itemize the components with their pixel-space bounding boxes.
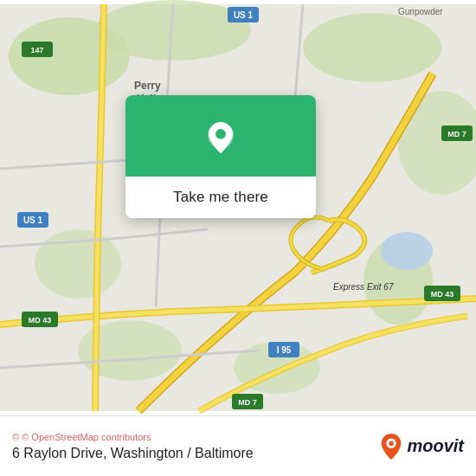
- map-container[interactable]: I 95 MD 43 MD 43 US 1 US 1 MD: [0, 0, 476, 415]
- location-pin-icon: [202, 119, 240, 158]
- svg-text:Gunpowder: Gunpowder: [398, 7, 443, 16]
- moovit-logo: moovit: [379, 432, 464, 461]
- svg-text:Perry: Perry: [134, 80, 161, 92]
- address-text: 6 Raylon Drive, Washington / Baltimore: [12, 446, 254, 461]
- svg-point-9: [381, 232, 433, 270]
- svg-text:MD 43: MD 43: [29, 316, 52, 325]
- osm-credit-text: © OpenStreetMap contributors: [22, 432, 151, 442]
- popup-card: Take me there: [125, 95, 316, 218]
- svg-text:MD 43: MD 43: [431, 290, 454, 299]
- svg-point-32: [215, 129, 226, 139]
- svg-text:US 1: US 1: [234, 10, 254, 20]
- osm-credit: © © OpenStreetMap contributors: [12, 432, 254, 442]
- app: I 95 MD 43 MD 43 US 1 US 1 MD: [0, 0, 476, 476]
- footer-left: © © OpenStreetMap contributors 6 Raylon …: [12, 432, 254, 461]
- popup-header: [125, 95, 316, 177]
- footer: © © OpenStreetMap contributors 6 Raylon …: [0, 415, 476, 476]
- svg-point-3: [303, 13, 441, 82]
- svg-point-34: [389, 441, 395, 446]
- svg-text:MD 7: MD 7: [238, 398, 257, 407]
- take-me-there-button[interactable]: Take me there: [125, 177, 316, 218]
- svg-text:147: 147: [30, 46, 43, 55]
- moovit-pin-icon: [379, 432, 403, 461]
- svg-text:Express Exit 67: Express Exit 67: [333, 282, 394, 292]
- osm-icon: ©: [12, 432, 19, 442]
- svg-text:US 1: US 1: [23, 215, 43, 225]
- moovit-label: moovit: [407, 436, 464, 456]
- svg-text:MD 7: MD 7: [447, 130, 466, 138]
- svg-text:I 95: I 95: [277, 345, 292, 355]
